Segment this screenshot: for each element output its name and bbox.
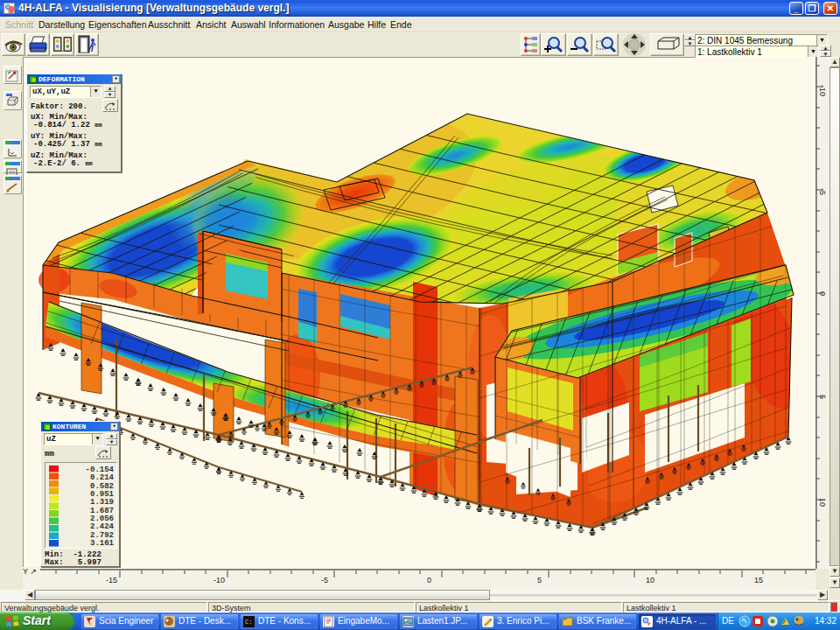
svg-text:C:: C: <box>245 619 252 626</box>
